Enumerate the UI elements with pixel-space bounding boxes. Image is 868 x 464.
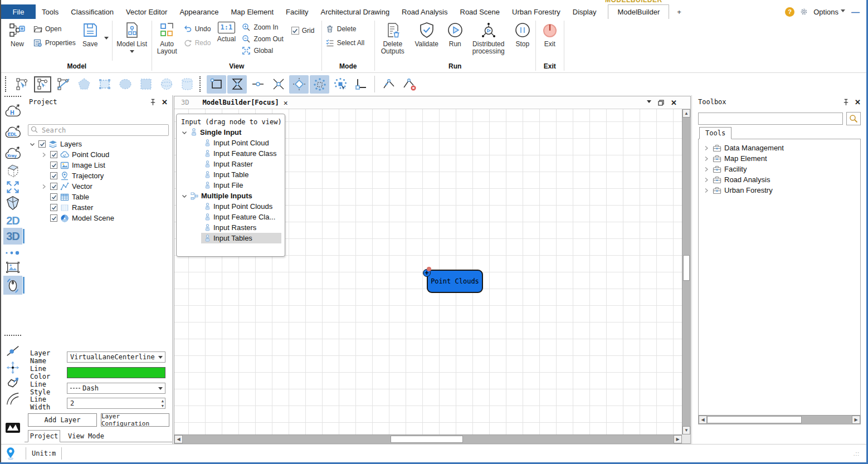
- scroll-right-icon[interactable]: ▶: [674, 435, 682, 443]
- input-node-rasters[interactable]: Input Rasters: [177, 222, 285, 233]
- chevron-right-icon[interactable]: [703, 177, 710, 183]
- toolbox-item-urban-forestry[interactable]: Urban Forestry: [699, 185, 860, 196]
- tab-3d-view[interactable]: 3D: [174, 99, 196, 106]
- chevron-right-icon[interactable]: [41, 152, 47, 158]
- tab-list-chevron-icon[interactable]: [647, 100, 651, 105]
- tree-item-vector[interactable]: Vector: [25, 181, 171, 192]
- restore-window-icon[interactable]: [658, 100, 664, 106]
- sphere-selection-icon[interactable]: [157, 75, 176, 94]
- layer-name-dropdown[interactable]: VirtualLaneCenterline: [67, 351, 165, 363]
- input-node-point-clouds[interactable]: Input Point Clouds: [177, 201, 285, 212]
- menu-display[interactable]: Display: [567, 4, 603, 19]
- distributed-processing-button[interactable]: Distributed processing: [466, 19, 511, 55]
- new-button[interactable]: New: [3, 19, 31, 48]
- cross-node-icon[interactable]: [269, 75, 288, 94]
- input-group-multiple[interactable]: Multiple Inputs: [177, 191, 285, 201]
- tab-modelbuilder[interactable]: ModelBuilder: [608, 4, 669, 19]
- layer-checkbox[interactable]: [50, 204, 57, 211]
- close-icon[interactable]: ✕: [162, 99, 168, 106]
- view-3d-icon[interactable]: 3D: [3, 228, 22, 245]
- model-canvas[interactable]: Input (drag node to view) Single Input I…: [174, 109, 690, 443]
- tree-item-layers[interactable]: Layers: [25, 139, 171, 149]
- layer-checkbox[interactable]: [38, 140, 46, 148]
- zoom-in-button[interactable]: Zoom In: [242, 23, 283, 32]
- run-button[interactable]: Run: [444, 19, 466, 48]
- file-menu-button[interactable]: File: [1, 4, 36, 19]
- input-node-point-cloud[interactable]: Input Point Cloud: [177, 138, 285, 148]
- cylinder-selection-icon[interactable]: [177, 75, 197, 94]
- close-view-icon[interactable]: ✕: [671, 99, 677, 106]
- minimize-button[interactable]: —: [851, 7, 860, 17]
- actual-size-button[interactable]: 1:1 Actual: [213, 19, 240, 43]
- tree-item-table[interactable]: Table: [25, 192, 171, 202]
- chevron-right-icon[interactable]: [703, 166, 710, 173]
- point-clouds-node[interactable]: Point Clouds +: [427, 270, 483, 293]
- scroll-left-icon[interactable]: ◀: [174, 435, 183, 443]
- layer-checkbox[interactable]: [50, 151, 57, 158]
- close-icon[interactable]: ✕: [855, 99, 861, 106]
- scroll-left-icon[interactable]: ◀: [699, 416, 707, 424]
- draw-hourglass-icon[interactable]: [227, 75, 247, 94]
- sphere-point-selection-icon[interactable]: [330, 75, 350, 94]
- tab-tools[interactable]: Tools: [699, 127, 732, 139]
- input-node-feature-class[interactable]: Input Feature Class: [177, 148, 285, 159]
- draw-rectangle-icon[interactable]: [207, 75, 226, 94]
- layer-checkbox[interactable]: [50, 214, 57, 222]
- chevron-right-icon[interactable]: [703, 145, 710, 152]
- properties-button[interactable]: Properties: [33, 38, 76, 47]
- tree-item-point-cloud[interactable]: Point Cloud: [25, 149, 171, 160]
- location-pin-icon[interactable]: [6, 447, 16, 460]
- validate-button[interactable]: Validate: [409, 19, 444, 48]
- toolbox-item-map-element[interactable]: Map Element: [699, 153, 860, 164]
- toolbox-horizontal-scrollbar[interactable]: ◀ ▶: [699, 415, 860, 424]
- toolbox-item-facility[interactable]: Facility: [699, 164, 860, 174]
- tab-project[interactable]: Project: [28, 430, 60, 442]
- chevron-right-icon[interactable]: [703, 155, 710, 162]
- angle-tool-icon[interactable]: [379, 75, 398, 94]
- menu-appearance[interactable]: Appearance: [173, 4, 225, 19]
- input-node-table[interactable]: Input Table: [177, 169, 285, 180]
- split-line-node-icon[interactable]: [248, 75, 267, 94]
- stop-button[interactable]: Stop: [511, 19, 534, 48]
- input-node-feature-classes[interactable]: Input Feature Cla...: [177, 212, 285, 222]
- tab-modelbuilder-focus[interactable]: ModelBuilder[Focus] ✕: [196, 99, 294, 106]
- layer-checkbox[interactable]: [50, 162, 57, 169]
- open-button[interactable]: Open: [33, 25, 76, 33]
- edit-nodes-icon[interactable]: [12, 75, 32, 94]
- menu-urban-forestry[interactable]: Urban Forestry: [506, 4, 567, 19]
- transform-polygon-icon[interactable]: [3, 375, 22, 392]
- undo-button[interactable]: Undo: [183, 25, 211, 33]
- menu-architectural-drawing[interactable]: Architectural Drawing: [315, 4, 396, 19]
- pin-icon[interactable]: [843, 99, 849, 106]
- pin-icon[interactable]: [150, 99, 156, 106]
- toolbox-search-button[interactable]: [846, 112, 861, 125]
- resize-grip-icon[interactable]: .::: [854, 451, 860, 457]
- panel-splitter[interactable]: [691, 95, 692, 444]
- delete-button[interactable]: Delete: [325, 25, 371, 33]
- menu-vector-editor[interactable]: Vector Editor: [120, 4, 173, 19]
- toolbar-drag-handle[interactable]: [5, 76, 9, 92]
- exit-button[interactable]: Exit: [537, 19, 563, 48]
- panel-splitter[interactable]: [173, 95, 173, 444]
- sidebar-drag-handle[interactable]: [4, 96, 21, 97]
- save-button[interactable]: Save: [78, 19, 103, 48]
- help-icon[interactable]: ?: [785, 7, 794, 17]
- toolbox-item-data-management[interactable]: Data Management: [699, 143, 860, 153]
- image-view-icon[interactable]: [3, 259, 22, 276]
- scrollbar-thumb[interactable]: [391, 436, 463, 443]
- chevron-down-icon[interactable]: [29, 141, 36, 148]
- tree-item-image-list[interactable]: Image List: [25, 160, 171, 170]
- scrollbar-thumb[interactable]: [683, 255, 690, 281]
- chevron-right-icon[interactable]: [41, 183, 47, 190]
- move-tool-icon[interactable]: [3, 359, 22, 376]
- ellipse-selection-icon[interactable]: [115, 75, 135, 94]
- view-2d-icon[interactable]: 2D: [3, 212, 22, 229]
- tab-view-mode[interactable]: View Mode: [64, 430, 109, 442]
- fit-view-icon[interactable]: [3, 179, 22, 196]
- canvas-vertical-scrollbar[interactable]: ▲ ▼: [682, 109, 690, 434]
- tree-item-model-scene[interactable]: Model Scene: [25, 213, 171, 223]
- diamond-node-icon[interactable]: [289, 75, 309, 94]
- menu-classification[interactable]: Classification: [65, 4, 120, 19]
- zoom-out-button[interactable]: Zoom Out: [242, 35, 283, 43]
- input-group-single[interactable]: Single Input: [177, 127, 285, 138]
